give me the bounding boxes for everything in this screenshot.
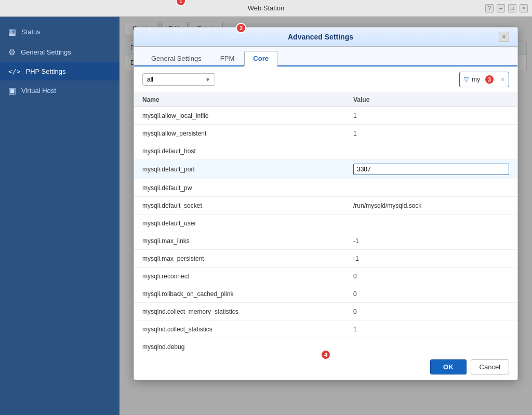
ok-button[interactable]: OK [430,359,467,374]
settings-rows-container: mysqli.allow_local_infile1mysqli.allow_p… [134,107,517,354]
general-settings-icon: ⚙ [8,47,16,57]
settings-row[interactable]: mysqlnd.collect_memory_statistics0 [134,303,517,320]
setting-name: mysqli.allow_persistent [142,130,353,137]
advanced-settings-modal: 2 Advanced Settings × General Settings F… [134,27,518,380]
modal-badge-2: 2 [236,23,246,33]
setting-value: 0 [353,308,509,315]
setting-name: mysqli.rollback_on_cached_plink [142,290,353,298]
setting-name: mysqlnd.collect_statistics [142,326,353,333]
sidebar-label-php: PHP Settings [25,68,65,75]
right-content: Create Edit Delete Profile Name PHP vers… [119,17,532,415]
settings-row[interactable]: mysqli.rollback_on_cached_plink0 [134,285,517,303]
title-badge-1: 1 [176,0,186,6]
sidebar-item-php-settings[interactable]: </> PHP Settings [0,62,119,81]
sidebar-item-general-settings[interactable]: ⚙ General Settings [0,42,119,62]
settings-row[interactable]: mysqlnd.collect_statistics1 [134,320,517,338]
tab-fpm[interactable]: FPM [211,51,243,65]
footer-badge-4: 4 [321,350,331,360]
setting-name: mysqli.default_host [142,148,353,155]
settings-row[interactable]: mysqli.default_socket/run/mysqld/mysqld.… [134,197,517,215]
setting-name: mysqli.default_user [142,220,353,227]
sidebar: ▦ Status ⚙ General Settings </> PHP Sett… [0,17,119,415]
sidebar-item-status[interactable]: ▦ Status [0,22,119,42]
settings-table-header: Name Value [134,93,517,107]
help-button[interactable]: ? [485,4,494,12]
setting-name: mysqli.default_socket [142,202,353,209]
settings-row[interactable]: mysqli.default_host [134,142,517,160]
settings-row[interactable]: mysqli.reconnect0 [134,267,517,285]
modal-close-button[interactable]: × [499,32,509,42]
modal-footer: 4 OK Cancel [134,354,517,380]
title-bar: 1 Web Station ? – □ × [0,0,532,17]
maximize-button[interactable]: □ [508,4,516,12]
col-name-header: Name [142,96,353,103]
setting-name: mysqli.default_port [142,166,353,173]
settings-row[interactable]: mysqli.allow_persistent1 [134,125,517,142]
setting-value[interactable] [353,164,509,175]
close-button[interactable]: × [520,4,528,12]
filter-dropdown[interactable]: all ▼ [142,73,215,86]
virtual-host-icon: ▣ [8,86,16,96]
modal-header: 2 Advanced Settings × [134,28,517,47]
window-title: Web Station [248,4,285,12]
filter-value: all [147,76,202,83]
setting-value: -1 [353,237,509,245]
col-value-header: Value [353,96,509,103]
setting-value-input[interactable] [353,164,509,175]
setting-name: mysqli.default_pw [142,184,353,192]
main-window: 1 Web Station ? – □ × ▦ Status ⚙ General… [0,0,532,415]
cancel-button[interactable]: Cancel [471,359,509,374]
setting-name: mysqli.allow_local_infile [142,112,353,119]
title-bar-controls: ? – □ × [485,4,528,12]
setting-value: 1 [353,112,509,119]
setting-value: -1 [353,255,509,262]
sidebar-label-general: General Settings [21,48,71,56]
settings-row[interactable]: mysqli.default_port [134,160,517,179]
minimize-button[interactable]: – [497,4,505,12]
modal-overlay: 2 Advanced Settings × General Settings F… [119,17,532,415]
setting-name: mysqli.reconnect [142,273,353,280]
settings-row[interactable]: mysqli.default_pw [134,179,517,197]
settings-row[interactable]: mysqli.max_links-1 [134,232,517,250]
filter-bar: all ▼ ▽ my 3 × [134,66,517,93]
setting-value: 0 [353,273,509,280]
search-value: my [472,76,480,83]
search-clear-button[interactable]: × [501,76,504,83]
setting-name: mysqli.max_persistent [142,255,353,262]
setting-value: 0 [353,290,509,298]
modal-title: Advanced Settings [142,33,499,41]
main-content: ▦ Status ⚙ General Settings </> PHP Sett… [0,17,532,415]
settings-row[interactable]: mysqli.default_user [134,215,517,232]
sidebar-label-status: Status [21,28,41,36]
dropdown-arrow-icon: ▼ [205,77,210,83]
search-box: ▽ my 3 × [459,72,509,87]
setting-name: mysqli.max_links [142,237,353,245]
filter-icon: ▽ [464,76,469,83]
status-icon: ▦ [8,27,16,37]
modal-tabs: General Settings FPM Core [134,47,517,66]
settings-row[interactable]: mysqli.allow_local_infile1 [134,107,517,125]
setting-name: mysqlnd.collect_memory_statistics [142,308,353,315]
tab-core[interactable]: Core [244,51,277,66]
sidebar-label-virtual: Virtual Host [21,87,56,95]
settings-row[interactable]: mysqli.max_persistent-1 [134,250,517,267]
tab-general-settings[interactable]: General Settings [142,51,210,65]
sidebar-item-virtual-host[interactable]: ▣ Virtual Host [0,81,119,101]
setting-value: /run/mysqld/mysqld.sock [353,202,509,209]
setting-value: 1 [353,130,509,137]
settings-table: Name Value mysqli.allow_local_infile1mys… [134,93,517,354]
search-badge-3: 3 [484,74,495,85]
setting-value: 1 [353,326,509,333]
php-settings-icon: </> [8,68,20,75]
